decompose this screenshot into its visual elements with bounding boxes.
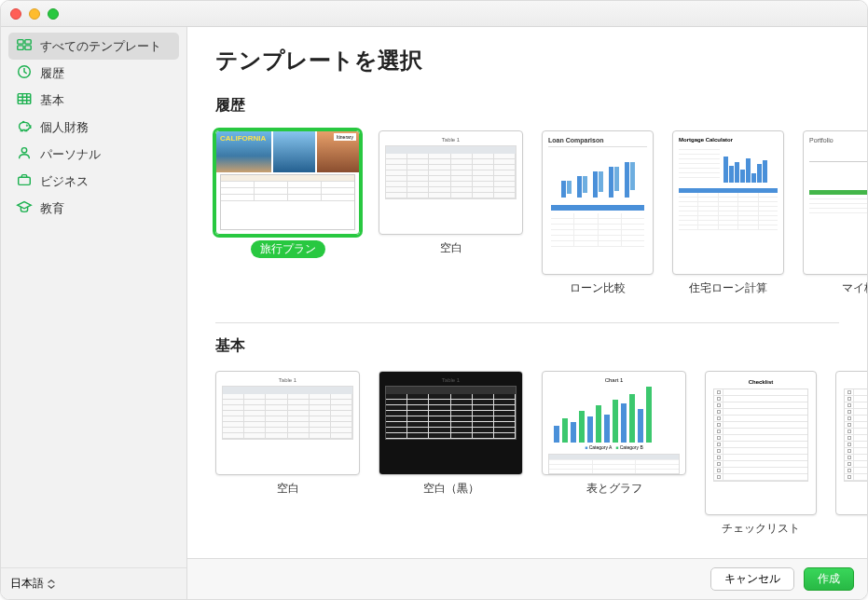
sidebar-item-label: すべてのテンプレート [40,38,161,55]
svg-point-7 [21,148,26,153]
template-card[interactable]: Chart 1 ■ Category A ■ Category B 表とグラフ [542,371,686,537]
svg-rect-2 [18,46,23,50]
sidebar: すべてのテンプレート履歴基本個人財務パーソナルビジネス教育 日本語 [1,27,187,599]
svg-rect-8 [19,177,31,184]
svg-rect-0 [18,40,23,45]
page-title: テンプレートを選択 [187,27,867,85]
template-card[interactable]: Table 1空白 [215,371,360,537]
minimize-icon[interactable] [29,8,40,20]
sidebar-item-label: パーソナル [40,146,101,163]
svg-rect-1 [25,40,31,45]
template-card[interactable]: Checklist チェックリスト [705,371,817,537]
language-label: 日本語 [10,576,44,592]
sidebar-item-label: 個人財務 [40,119,89,136]
template-label: ローン比較 [570,280,626,296]
template-thumbnail: Checklist [835,371,867,515]
create-button[interactable]: 作成 [804,567,854,591]
sidebar-item-5[interactable]: ビジネス [8,168,179,195]
template-card[interactable]: Mortgage Calculator 住宅ローン計算 [672,130,784,296]
template-label: 住宅ローン計算 [689,280,767,296]
template-thumbnail: Table 1 [215,371,360,475]
template-thumbnail: Chart 1 ■ Category A ■ Category B [542,371,686,475]
close-icon[interactable] [10,8,21,20]
template-card[interactable]: CALIFORNIA Itinerary 旅行プラン [215,130,360,296]
template-label: 旅行プラン [251,240,325,258]
template-label: チェックリスト [722,521,800,537]
piggybank-icon [16,117,33,137]
sidebar-item-6[interactable]: 教育 [8,195,179,222]
template-card[interactable]: Table 1空白 [379,130,523,296]
template-thumbnail: Table 1 [379,371,523,475]
language-selector[interactable]: 日本語 [1,567,186,599]
sidebar-item-3[interactable]: 個人財務 [8,114,179,141]
template-label: 空白（黒） [423,481,479,497]
titlebar [1,1,867,27]
template-label: 空白 [440,240,462,256]
svg-point-6 [27,125,28,126]
template-label: マイ株 [842,280,867,296]
person-icon [16,144,33,164]
svg-rect-5 [18,94,31,104]
template-label: 表とグラフ [586,481,642,497]
template-card[interactable]: Loan Comparison ローン比較 [542,130,654,296]
template-chooser-window: すべてのテンプレート履歴基本個人財務パーソナルビジネス教育 日本語 テンプレート… [0,0,868,600]
clock-icon [16,63,33,83]
cancel-button[interactable]: キャンセル [710,567,794,591]
grid-icon [16,36,33,56]
template-label: 空白 [277,481,299,497]
body: すべてのテンプレート履歴基本個人財務パーソナルビジネス教育 日本語 テンプレート… [1,27,867,599]
section-title: 履歴 [215,96,867,116]
footer: キャンセル 作成 [187,558,867,599]
template-card[interactable]: Portfolio $492 マイ株 [803,130,867,296]
sidebar-item-0[interactable]: すべてのテンプレート [8,33,179,60]
updown-chevron-icon [48,580,55,589]
template-grid: Table 1空白Table 1空白（黒） Chart 1 ■ Category… [215,361,867,552]
sidebar-item-label: 基本 [40,92,64,109]
zoom-icon[interactable] [48,8,59,20]
window-controls [10,8,59,20]
template-thumbnail: CALIFORNIA Itinerary [215,130,360,235]
main: テンプレートを選択 履歴 CALIFORNIA Itinerary 旅行プランT… [187,27,867,599]
sidebar-list: すべてのテンプレート履歴基本個人財務パーソナルビジネス教育 [1,27,186,567]
template-grid: CALIFORNIA Itinerary 旅行プランTable 1空白 Loan… [215,121,867,311]
table-icon [16,90,33,110]
template-thumbnail: Loan Comparison [542,130,654,275]
template-card[interactable]: Checklist チェック [835,371,867,537]
section-title: 基本 [215,322,839,356]
sidebar-item-2[interactable]: 基本 [8,87,179,114]
template-thumbnail: Table 1 [379,130,523,235]
template-thumbnail: Mortgage Calculator [672,130,784,275]
sidebar-item-label: 履歴 [40,65,64,82]
template-scroll[interactable]: 履歴 CALIFORNIA Itinerary 旅行プランTable 1空白 L… [187,85,867,558]
template-thumbnail: Checklist [705,371,817,515]
briefcase-icon [16,171,33,191]
sidebar-item-4[interactable]: パーソナル [8,141,179,168]
education-icon [16,198,33,218]
template-thumbnail: Portfolio $492 [803,130,867,275]
template-card[interactable]: Table 1空白（黒） [379,371,523,537]
sidebar-item-label: ビジネス [40,173,89,190]
svg-rect-3 [25,46,31,50]
sidebar-item-1[interactable]: 履歴 [8,60,179,87]
sidebar-item-label: 教育 [40,200,64,217]
